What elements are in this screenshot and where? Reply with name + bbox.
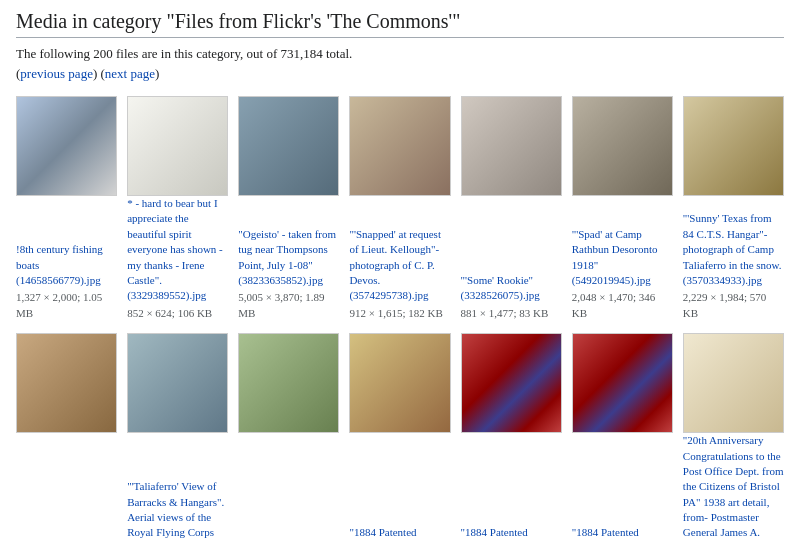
gallery-item: "'Some' Rookie" (3328526075).jpg881 × 1,… bbox=[461, 96, 562, 321]
gallery-item: "'Sunny' Texas from 84 C.T.S. Hangar"- p… bbox=[683, 96, 784, 321]
thumbnail-link[interactable] bbox=[16, 333, 117, 539]
item-dimensions: 5,005 × 3,870; 1.89 MB bbox=[238, 290, 339, 321]
gallery-item: "1884 Patented Campaign Banner" Advertis… bbox=[461, 333, 562, 539]
filename-link[interactable]: "'Spad' at Camp Rathbun Desoronto 1918" … bbox=[572, 228, 658, 286]
item-dimensions: 2,229 × 1,984; 570 KB bbox=[683, 290, 784, 321]
thumbnail-link[interactable] bbox=[127, 333, 228, 479]
item-dimensions: 852 × 624; 106 KB bbox=[127, 306, 228, 321]
thumbnail bbox=[461, 333, 562, 433]
filename-link[interactable]: "'Taliaferro' View of Barracks & Hangars… bbox=[127, 480, 224, 539]
gallery-item: "Ogeisto' - taken from tug near Thompson… bbox=[238, 96, 339, 321]
thumbnail bbox=[572, 96, 673, 196]
item-dimensions: 2,048 × 1,470; 346 KB bbox=[572, 290, 673, 321]
filename-link[interactable]: "'Snapped' at request of Lieut. Kellough… bbox=[349, 228, 441, 302]
thumbnail-link[interactable] bbox=[127, 96, 228, 196]
thumbnail bbox=[683, 333, 784, 433]
filename-link[interactable]: "1884 Patented Campaign Banner" Advertis… bbox=[461, 526, 555, 539]
item-caption: "1884 Patented Campaign Banner" Advertis… bbox=[349, 525, 450, 539]
thumbnail-link[interactable] bbox=[461, 96, 562, 273]
gallery-item: !8th century fishing boats (14658566779)… bbox=[16, 96, 117, 321]
subtitle: The following 200 files are in this cate… bbox=[16, 46, 784, 62]
filename-link[interactable]: "1884 Patented Campaign Banner" Advertis… bbox=[349, 526, 443, 539]
gallery-item: "1884 Patented Campaign Banner" Advertis… bbox=[349, 333, 450, 539]
thumbnail-link[interactable] bbox=[683, 333, 784, 433]
gallery-item: "1430 Ocean Drive - Miami Beach, Florida… bbox=[238, 333, 339, 539]
gallery-item: "'Sunny' Texas" Photograph of water-towe… bbox=[16, 333, 117, 539]
thumbnail-link[interactable] bbox=[16, 96, 117, 242]
thumbnail bbox=[127, 96, 228, 196]
item-dimensions: 912 × 1,615; 182 KB bbox=[349, 306, 450, 321]
thumbnail bbox=[238, 96, 339, 196]
thumbnail-link[interactable] bbox=[238, 333, 339, 539]
filename-link[interactable]: "Ogeisto' - taken from tug near Thompson… bbox=[238, 228, 336, 286]
thumbnail-link[interactable] bbox=[349, 96, 450, 227]
item-caption: "'Spad' at Camp Rathbun Desoronto 1918" … bbox=[572, 227, 673, 321]
gallery-item: "20th Anniversary Congratulations to the… bbox=[683, 333, 784, 539]
next-page-link[interactable]: next page bbox=[105, 66, 155, 81]
thumbnail bbox=[683, 96, 784, 196]
item-caption: * - hard to bear but I appreciate the be… bbox=[127, 196, 228, 321]
item-caption: "'Some' Rookie" (3328526075).jpg881 × 1,… bbox=[461, 273, 562, 321]
filename-link[interactable]: "20th Anniversary Congratulations to the… bbox=[683, 434, 784, 539]
thumbnail bbox=[238, 333, 339, 433]
thumbnail-link[interactable] bbox=[572, 333, 673, 525]
gallery: !8th century fishing boats (14658566779)… bbox=[16, 96, 784, 539]
filename-link[interactable]: "1884 Patented Campaign Banner" Advertis… bbox=[572, 526, 666, 539]
thumbnail bbox=[16, 96, 117, 196]
filename-link[interactable]: "'Sunny' Texas from 84 C.T.S. Hangar"- p… bbox=[683, 212, 782, 286]
item-dimensions: 1,327 × 2,000; 1.05 MB bbox=[16, 290, 117, 321]
item-caption: "1884 Patented Campaign Banner" Advertis… bbox=[572, 525, 673, 539]
item-caption: "20th Anniversary Congratulations to the… bbox=[683, 433, 784, 539]
item-caption: "'Taliaferro' View of Barracks & Hangars… bbox=[127, 479, 228, 539]
gallery-item: "'Spad' at Camp Rathbun Desoronto 1918" … bbox=[572, 96, 673, 321]
item-caption: "'Snapped' at request of Lieut. Kellough… bbox=[349, 227, 450, 321]
thumbnail bbox=[16, 333, 117, 433]
item-caption: "'Sunny' Texas from 84 C.T.S. Hangar"- p… bbox=[683, 211, 784, 321]
thumbnail-link[interactable] bbox=[238, 96, 339, 227]
gallery-item: * - hard to bear but I appreciate the be… bbox=[127, 96, 228, 321]
thumbnail bbox=[572, 333, 673, 433]
item-caption: "1884 Patented Campaign Banner" Advertis… bbox=[461, 525, 562, 539]
thumbnail-link[interactable] bbox=[683, 96, 784, 211]
page-title: Media in category "Files from Flickr's '… bbox=[16, 10, 784, 38]
nav-links: (previous page) (next page) bbox=[16, 66, 784, 82]
thumbnail bbox=[461, 96, 562, 196]
item-caption: !8th century fishing boats (14658566779)… bbox=[16, 242, 117, 321]
filename-link[interactable]: * - hard to bear but I appreciate the be… bbox=[127, 197, 223, 301]
thumbnail bbox=[349, 96, 450, 196]
previous-page-link[interactable]: previous page bbox=[20, 66, 93, 81]
item-caption: "Ogeisto' - taken from tug near Thompson… bbox=[238, 227, 339, 321]
filename-link[interactable]: "'Some' Rookie" (3328526075).jpg bbox=[461, 274, 540, 301]
thumbnail-link[interactable] bbox=[461, 333, 562, 525]
item-dimensions: 881 × 1,477; 83 KB bbox=[461, 306, 562, 321]
gallery-item: "'Taliaferro' View of Barracks & Hangars… bbox=[127, 333, 228, 539]
filename-link[interactable]: !8th century fishing boats (14658566779)… bbox=[16, 243, 103, 286]
gallery-item: "'Snapped' at request of Lieut. Kellough… bbox=[349, 96, 450, 321]
thumbnail bbox=[349, 333, 450, 433]
thumbnail-link[interactable] bbox=[349, 333, 450, 525]
thumbnail bbox=[127, 333, 228, 433]
gallery-item: "1884 Patented Campaign Banner" Advertis… bbox=[572, 333, 673, 539]
thumbnail-link[interactable] bbox=[572, 96, 673, 227]
